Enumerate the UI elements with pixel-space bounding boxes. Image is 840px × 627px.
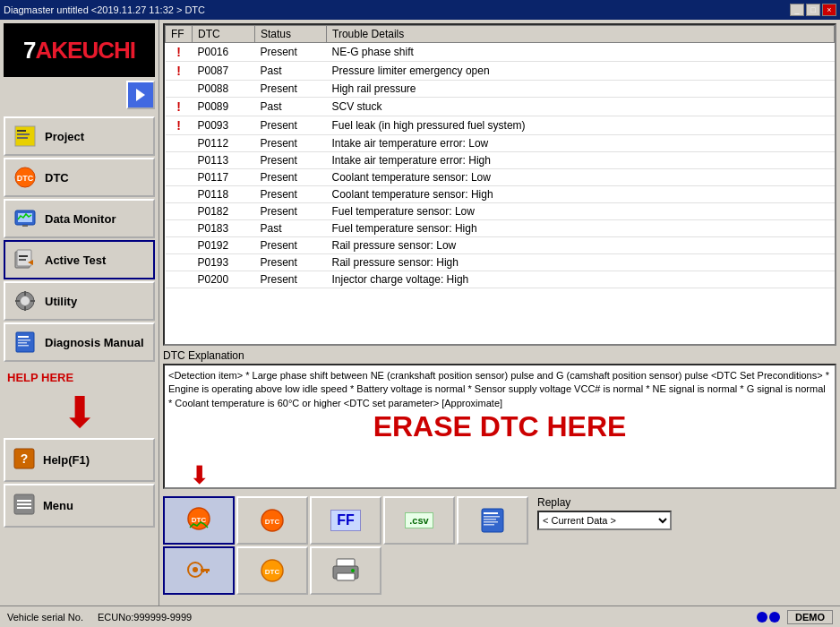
sidebar: 7AKEUCHI Project bbox=[0, 20, 159, 606]
btn-print[interactable] bbox=[310, 546, 381, 595]
explanation-label: DTC Explanation bbox=[163, 349, 836, 362]
minimize-btn[interactable]: _ bbox=[790, 4, 804, 16]
table-row[interactable]: !P0087PastPressure limiter emergency ope… bbox=[166, 62, 835, 81]
svg-rect-38 bbox=[484, 516, 500, 518]
cell-ff bbox=[166, 203, 193, 220]
cell-dtc: P0192 bbox=[193, 237, 255, 254]
table-row[interactable]: P0088PresentHigh rail pressure bbox=[166, 81, 835, 98]
svg-rect-9 bbox=[22, 225, 28, 227]
cell-details: Fuel temperature sensor: Low bbox=[327, 203, 835, 220]
sidebar-item-active-test[interactable]: Active Test bbox=[4, 240, 155, 279]
cell-details: Injector charge voltage: High bbox=[327, 271, 835, 288]
cell-ff bbox=[166, 186, 193, 203]
table-row[interactable]: !P0016PresentNE-G phase shift bbox=[166, 43, 835, 62]
cell-dtc: P0088 bbox=[193, 81, 255, 98]
dtc-table-scroll[interactable]: FF DTC Status Trouble Details !P0016Pres… bbox=[165, 25, 835, 344]
data-monitor-icon bbox=[13, 206, 38, 231]
replay-select[interactable]: < Current Data > bbox=[537, 511, 672, 530]
svg-rect-31 bbox=[17, 507, 31, 509]
menu-button[interactable]: Menu bbox=[4, 484, 155, 528]
close-btn[interactable]: × bbox=[822, 4, 836, 16]
explanation-box: <Detection item> * Large phase shift bet… bbox=[163, 364, 836, 489]
table-row[interactable]: P0193PresentRail pressure sensor: High bbox=[166, 254, 835, 271]
table-row[interactable]: !P0089PastSCV stuck bbox=[166, 98, 835, 116]
table-row[interactable]: P0117PresentCoolant temperature sensor: … bbox=[166, 169, 835, 186]
cell-dtc: P0182 bbox=[193, 203, 255, 220]
title-bar: Diagmaster untitled <2019.11.27 11:32 > … bbox=[0, 0, 840, 20]
cell-status: Past bbox=[255, 62, 327, 81]
col-details: Trouble Details bbox=[327, 26, 835, 43]
content-area: FF DTC Status Trouble Details !P0016Pres… bbox=[159, 20, 840, 606]
btn-key[interactable] bbox=[163, 546, 235, 595]
svg-rect-25 bbox=[18, 345, 29, 347]
cell-ff bbox=[166, 81, 193, 98]
cell-details: Coolant temperature sensor: Low bbox=[327, 169, 835, 186]
btn-dtc-red[interactable]: DTC bbox=[236, 496, 308, 545]
cell-dtc: P0016 bbox=[193, 43, 255, 62]
sidebar-item-data-monitor[interactable]: Data Monitor bbox=[4, 199, 155, 238]
btn-dtc-orange[interactable]: DTC bbox=[236, 546, 308, 595]
csv-label-icon: .csv bbox=[405, 512, 433, 528]
toolbar-row-1: DTC ⬇ DTC FF .cs bbox=[163, 496, 836, 545]
nav-arrow-btn[interactable] bbox=[126, 81, 155, 109]
svg-rect-30 bbox=[17, 503, 31, 505]
btn-ff[interactable]: FF bbox=[310, 496, 381, 545]
sidebar-item-dtc[interactable]: DTC DTC bbox=[4, 158, 155, 197]
bottom-toolbar: DTC ⬇ DTC FF .cs bbox=[163, 496, 836, 595]
table-row[interactable]: P0112PresentIntake air temperature error… bbox=[166, 135, 835, 152]
erase-dtc-overlay: ERASE DTC HERE bbox=[373, 407, 627, 447]
cell-dtc: P0113 bbox=[193, 152, 255, 169]
cell-status: Present bbox=[255, 43, 327, 62]
btn-book[interactable] bbox=[457, 496, 528, 545]
svg-rect-4 bbox=[17, 137, 28, 139]
cell-status: Present bbox=[255, 116, 327, 135]
cell-dtc: P0093 bbox=[193, 116, 255, 135]
cell-details: Rail pressure sensor: Low bbox=[327, 237, 835, 254]
help-f1-button[interactable]: ? Help(F1) bbox=[4, 438, 155, 482]
btn-dtc-graph[interactable]: DTC bbox=[163, 496, 235, 545]
vehicle-serial-label: Vehicle serial No. bbox=[7, 612, 83, 623]
cell-details: Fuel leak (in high pressured fuel system… bbox=[327, 116, 835, 135]
svg-rect-22 bbox=[18, 336, 29, 338]
ff-label-icon: FF bbox=[330, 510, 361, 531]
table-row[interactable]: P0182PresentFuel temperature sensor: Low bbox=[166, 203, 835, 220]
col-dtc: DTC bbox=[193, 26, 255, 43]
table-row[interactable]: P0113PresentIntake air temperature error… bbox=[166, 152, 835, 169]
logo-area: 7AKEUCHI bbox=[4, 23, 155, 77]
table-row[interactable]: P0183PastFuel temperature sensor: High bbox=[166, 220, 835, 237]
table-row[interactable]: P0192PresentRail pressure sensor: Low bbox=[166, 237, 835, 254]
error-icon: ! bbox=[176, 118, 181, 133]
btn-csv[interactable]: .csv bbox=[383, 496, 455, 545]
help-arrow-icon: ⬇ bbox=[62, 391, 98, 434]
cell-ff: ! bbox=[166, 116, 193, 135]
svg-rect-40 bbox=[484, 521, 498, 523]
svg-rect-11 bbox=[17, 250, 31, 266]
sidebar-item-diagnosis-manual[interactable]: Diagnosis Manual bbox=[4, 322, 155, 362]
table-row[interactable]: !P0093PresentFuel leak (in high pressure… bbox=[166, 116, 835, 135]
svg-rect-2 bbox=[17, 130, 26, 132]
dtc-label: DTC bbox=[45, 171, 69, 185]
svg-marker-0 bbox=[136, 89, 145, 101]
dtc-icon: DTC bbox=[13, 165, 38, 190]
cell-ff bbox=[166, 169, 193, 186]
cell-dtc: P0087 bbox=[193, 62, 255, 81]
cell-status: Present bbox=[255, 169, 327, 186]
project-label: Project bbox=[45, 130, 84, 143]
svg-rect-24 bbox=[18, 342, 27, 344]
status-dots bbox=[757, 612, 780, 623]
menu-icon bbox=[13, 493, 36, 519]
replay-label: Replay bbox=[537, 496, 672, 509]
sidebar-item-project[interactable]: Project bbox=[4, 116, 155, 156]
cell-dtc: P0193 bbox=[193, 254, 255, 271]
maximize-btn[interactable]: □ bbox=[806, 4, 820, 16]
dtc-table-container[interactable]: FF DTC Status Trouble Details !P0016Pres… bbox=[163, 23, 836, 346]
window-controls[interactable]: _ □ × bbox=[790, 4, 836, 16]
table-row[interactable]: P0200PresentInjector charge voltage: Hig… bbox=[166, 271, 835, 288]
table-row[interactable]: P0118PresentCoolant temperature sensor: … bbox=[166, 186, 835, 203]
sidebar-item-utility[interactable]: Utility bbox=[4, 281, 155, 321]
svg-text:DTC: DTC bbox=[265, 568, 280, 576]
svg-text:DTC: DTC bbox=[192, 516, 207, 524]
dtc-red-icon: DTC bbox=[256, 506, 288, 535]
svg-point-52 bbox=[351, 569, 355, 572]
active-test-icon bbox=[13, 247, 38, 272]
